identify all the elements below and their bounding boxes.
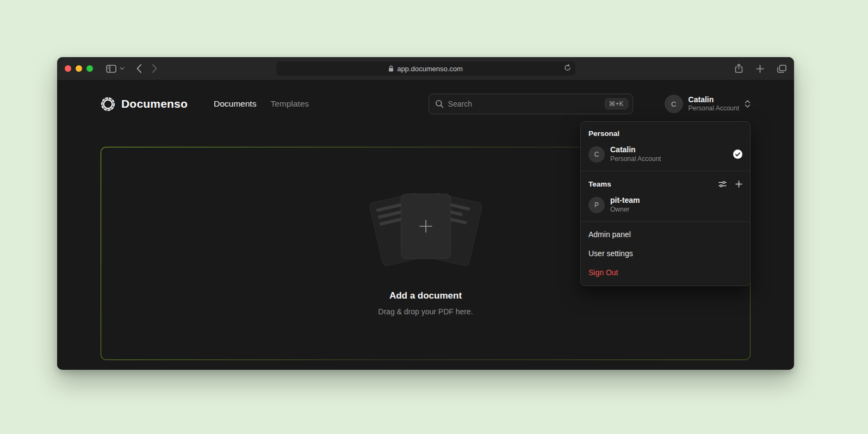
tabs-icon bbox=[777, 65, 786, 73]
new-tab-button[interactable] bbox=[756, 65, 764, 73]
sidebar-icon bbox=[106, 65, 116, 73]
account-dropdown-menu: Personal C Catalin Personal Account bbox=[580, 121, 751, 286]
chevron-down-icon bbox=[120, 67, 125, 70]
menu-item-admin-panel[interactable]: Admin panel bbox=[581, 225, 750, 244]
nav-item-documents[interactable]: Documents bbox=[214, 99, 256, 109]
browser-window: app.documenso.com bbox=[57, 57, 794, 370]
share-button[interactable] bbox=[735, 64, 743, 73]
browser-toolbar: app.documenso.com bbox=[57, 57, 794, 80]
menu-section-personal: Personal bbox=[581, 124, 750, 141]
plus-icon bbox=[735, 181, 742, 188]
account-name: Catalin bbox=[689, 95, 739, 104]
personal-subtitle: Personal Account bbox=[610, 155, 661, 164]
brand-name: Documenso bbox=[121, 97, 188, 110]
zoom-button[interactable] bbox=[86, 65, 93, 72]
selected-check-icon bbox=[733, 150, 742, 159]
chevron-up-down-icon bbox=[745, 100, 751, 108]
menu-divider bbox=[581, 221, 750, 222]
toolbar-right-actions bbox=[735, 64, 786, 73]
traffic-lights bbox=[65, 65, 93, 72]
chevron-left-icon bbox=[137, 64, 141, 73]
back-button[interactable] bbox=[137, 64, 141, 73]
document-stack-illustration bbox=[369, 191, 483, 269]
close-button[interactable] bbox=[65, 65, 71, 72]
chevron-right-icon bbox=[152, 64, 157, 73]
menu-item-user-settings[interactable]: User settings bbox=[581, 244, 750, 263]
url-text: app.documenso.com bbox=[397, 65, 463, 73]
search-input[interactable] bbox=[448, 100, 600, 108]
illustration-card-center bbox=[401, 194, 451, 259]
account-menu-trigger[interactable]: C Catalin Personal Account bbox=[665, 95, 751, 113]
manage-teams-button[interactable] bbox=[718, 181, 727, 188]
app-header: Documenso Documents Templates ⌘+K C Cata… bbox=[101, 80, 751, 128]
documenso-app: Documenso Documents Templates ⌘+K C Cata… bbox=[57, 80, 794, 370]
brand-logo[interactable]: Documenso bbox=[101, 97, 188, 111]
account-type: Personal Account bbox=[689, 104, 739, 113]
dropzone-title: Add a document bbox=[389, 290, 462, 301]
search-shortcut-badge: ⌘+K bbox=[605, 98, 628, 109]
menu-item-team-pit-team[interactable]: P pit-team Owner bbox=[581, 191, 750, 218]
sidebar-chevron-button[interactable] bbox=[120, 67, 125, 70]
plus-icon bbox=[417, 218, 435, 235]
refresh-icon bbox=[564, 64, 571, 71]
create-team-button[interactable] bbox=[735, 181, 742, 188]
forward-button[interactable] bbox=[152, 64, 157, 73]
documenso-logo-icon bbox=[101, 97, 115, 111]
refresh-button[interactable] bbox=[564, 64, 571, 73]
search-box: ⌘+K bbox=[429, 94, 633, 114]
minimize-button[interactable] bbox=[76, 65, 82, 72]
sidebar-toggle-button[interactable] bbox=[106, 65, 116, 73]
menu-divider bbox=[581, 171, 750, 171]
tab-overview-button[interactable] bbox=[777, 65, 786, 73]
personal-avatar: C bbox=[588, 146, 605, 163]
team-name: pit-team bbox=[610, 196, 640, 206]
search-icon bbox=[435, 100, 444, 108]
address-bar[interactable]: app.documenso.com bbox=[276, 61, 576, 76]
team-avatar: P bbox=[588, 197, 605, 213]
menu-item-personal-account[interactable]: C Catalin Personal Account bbox=[581, 141, 750, 168]
account-avatar: C bbox=[665, 95, 683, 113]
main-nav: Documents Templates bbox=[214, 99, 309, 109]
menu-section-teams: Teams bbox=[581, 175, 750, 191]
dropzone-subtitle: Drag & drop your PDF here. bbox=[378, 307, 473, 316]
nav-item-templates[interactable]: Templates bbox=[270, 99, 309, 109]
menu-item-sign-out[interactable]: Sign Out bbox=[581, 263, 750, 282]
sliders-icon bbox=[718, 181, 727, 188]
lock-icon bbox=[388, 65, 394, 72]
personal-name: Catalin bbox=[610, 145, 661, 155]
share-icon bbox=[735, 64, 743, 73]
team-subtitle: Owner bbox=[610, 206, 640, 214]
plus-icon bbox=[756, 65, 764, 73]
teams-label: Teams bbox=[588, 180, 611, 188]
